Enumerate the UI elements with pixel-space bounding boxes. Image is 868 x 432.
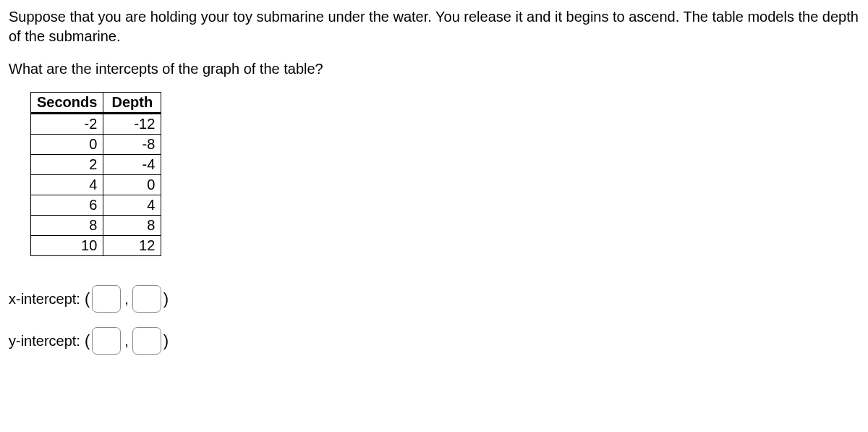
- x-intercept-input-1[interactable]: [92, 285, 121, 313]
- table-row: 8 8: [31, 216, 161, 236]
- table-row: 10 12: [31, 236, 161, 256]
- y-intercept-input-1[interactable]: [92, 327, 121, 355]
- cell-seconds: 6: [31, 195, 103, 216]
- close-paren: ): [163, 289, 169, 308]
- cell-depth: 4: [103, 195, 161, 216]
- cell-seconds: 4: [31, 175, 103, 195]
- x-intercept-input-2[interactable]: [132, 285, 161, 313]
- cell-seconds: 10: [31, 236, 103, 256]
- x-intercept-row: x-intercept: ( , ): [9, 285, 859, 313]
- cell-depth: -4: [103, 155, 161, 175]
- open-paren: (: [85, 331, 90, 350]
- cell-seconds: -2: [31, 114, 103, 135]
- cell-depth: 8: [103, 216, 161, 236]
- close-paren: ): [163, 331, 169, 350]
- table-row: -2 -12: [31, 114, 161, 135]
- cell-depth: -8: [103, 135, 161, 155]
- y-intercept-label: y-intercept:: [9, 333, 80, 350]
- table-row: 6 4: [31, 195, 161, 216]
- problem-prompt: Suppose that you are holding your toy su…: [9, 7, 859, 46]
- cell-seconds: 2: [31, 155, 103, 175]
- comma: ,: [124, 333, 129, 350]
- comma: ,: [124, 291, 129, 308]
- cell-depth: 0: [103, 175, 161, 195]
- open-paren: (: [85, 289, 90, 308]
- cell-seconds: 0: [31, 135, 103, 155]
- data-table: Seconds Depth -2 -12 0 -8 2 -4 4 0 6 4 8…: [30, 92, 161, 256]
- table-header-depth: Depth: [103, 93, 161, 114]
- question-text: What are the intercepts of the graph of …: [9, 59, 859, 79]
- table-row: 0 -8: [31, 135, 161, 155]
- cell-depth: 12: [103, 236, 161, 256]
- table-header-seconds: Seconds: [31, 93, 103, 114]
- y-intercept-row: y-intercept: ( , ): [9, 327, 859, 355]
- table-row: 2 -4: [31, 155, 161, 175]
- cell-depth: -12: [103, 114, 161, 135]
- table-row: 4 0: [31, 175, 161, 195]
- cell-seconds: 8: [31, 216, 103, 236]
- y-intercept-input-2[interactable]: [132, 327, 161, 355]
- x-intercept-label: x-intercept:: [9, 291, 80, 308]
